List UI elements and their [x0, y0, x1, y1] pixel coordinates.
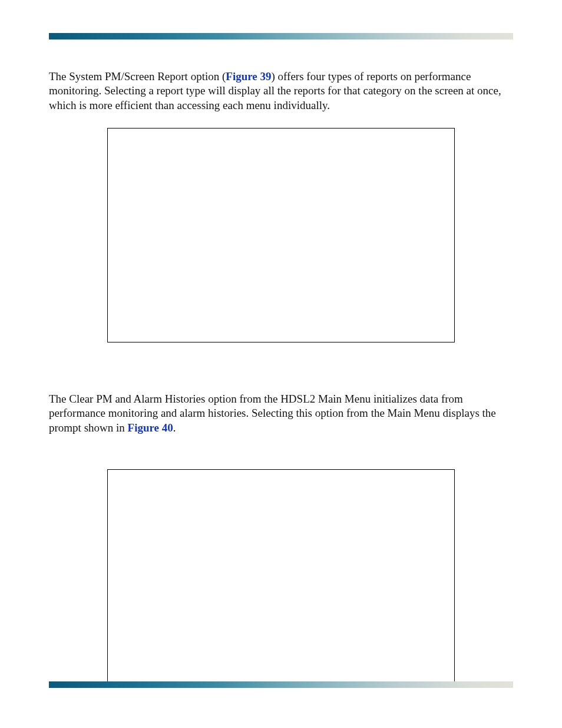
text-run: The System PM/Screen Report option (	[49, 70, 226, 83]
figure-39-placeholder	[107, 128, 455, 342]
paragraph-clear-pm-alarm: The Clear PM and Alarm Histories option …	[49, 392, 513, 435]
spacer	[49, 450, 513, 469]
page-content: The System PM/Screen Report option (Figu…	[49, 70, 513, 684]
text-run: .	[173, 421, 176, 434]
header-divider	[49, 33, 513, 39]
figure-40-link[interactable]: Figure 40	[128, 421, 173, 434]
figure-39-link[interactable]: Figure 39	[226, 70, 271, 83]
text-run: The Clear PM and Alarm Histories option …	[49, 393, 496, 434]
figure-40-placeholder	[107, 469, 455, 684]
paragraph-system-pm-report: The System PM/Screen Report option (Figu…	[49, 70, 513, 113]
document-page: The System PM/Screen Report option (Figu…	[0, 0, 562, 728]
footer-divider	[49, 681, 513, 688]
spacer	[49, 342, 513, 392]
